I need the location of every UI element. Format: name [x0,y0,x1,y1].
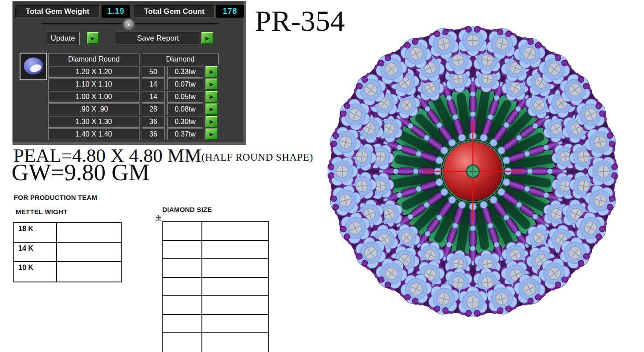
gem-row-run-button[interactable]: ▶ [205,116,218,128]
gem-row-weight: 0.05tw [167,91,203,103]
diamond-size-cell-empty [202,333,269,352]
gem-row-count: 36 [142,116,165,128]
metal-row-label: 10 K [14,262,57,282]
metal-row-value-empty [57,262,122,282]
metal-row-label: 14 K [14,243,57,262]
column-header-diamond: Diamond [142,54,219,65]
total-gem-count-label: Total Gem Count [134,5,215,17]
gem-row-count: 14 [142,79,165,90]
gem-row-size: 1.30 X 1.30 [48,116,139,128]
total-gem-weight-label: Total Gem Weight [15,5,100,17]
metal-row-value-empty [57,243,122,262]
gem-row-count: 28 [142,104,165,115]
diamond-size-cell-empty [202,222,269,241]
save-report-button[interactable]: Save Report [116,32,200,45]
gem-row-count: 14 [142,91,165,103]
metal-weight-heading: METTEL WIGHT [16,208,67,215]
table-move-handle[interactable] [155,214,162,221]
gem-row-size: 1.10 X 1.10 [48,79,139,90]
gem-row-weight: 0.33tw [167,66,203,78]
diamond-size-cell-empty [202,315,269,334]
zoom-slider-handle[interactable]: ▲ [123,19,135,30]
gem-row-size: .90 X .90 [48,104,139,115]
diamond-size-cell-empty [163,296,202,315]
up-triangle-icon: ▲ [127,22,131,27]
gem-row-run-button[interactable]: ▶ [205,79,218,90]
gem-report-panel: Total Gem Weight 1.19 Total Gem Count 17… [12,1,246,145]
gem-size-table: Diamond Round Diamond 1.20 X 1.20500.33t… [48,54,219,140]
gem-row-run-button[interactable]: ▶ [205,104,218,115]
update-run-button[interactable]: ▶ [87,32,99,44]
diamond-size-cell-empty [202,278,269,297]
gem-row-size: 1.00 X 1.00 [48,91,139,103]
gem-row-run-button[interactable]: ▶ [205,66,218,78]
save-report-run-button[interactable]: ▶ [201,32,213,44]
play-icon: ▶ [205,35,210,41]
gross-weight: GW=9.80 GM [12,161,150,184]
gem-row-count: 36 [142,128,165,140]
gem-row-weight: 0.37tw [167,128,203,140]
diamond-size-cell-empty [202,241,269,260]
production-team-heading: FOR PRODUCTION TEAM [14,194,97,201]
gem-row-weight: 0.08tw [167,104,203,115]
jewel-3d-render [328,26,618,317]
diamond-size-cell-empty [202,259,269,278]
metal-weight-table: 18 K14 K10 K [13,222,122,282]
diamond-size-heading: DIAMOND SIZE [162,206,212,213]
diamond-size-cell-empty [202,296,269,315]
metal-row-label: 18 K [14,223,57,243]
gem-row-count: 50 [142,66,165,78]
metal-row-value-empty [57,223,122,243]
pearl-shape-note: (HALF ROUND SHAPE) [201,152,313,163]
gem-row-run-button[interactable]: ▶ [205,91,218,103]
diamond-size-cell-empty [163,222,202,241]
diamond-size-cell-empty [163,241,202,260]
diamond-size-cell-empty [163,278,202,297]
gem-row-weight: 0.30tw [167,116,203,128]
gem-icon [24,58,43,75]
update-button[interactable]: Update [46,32,80,45]
diamond-size-cell-empty [163,333,202,352]
gem-row-size: 1.20 X 1.20 [48,66,139,78]
play-icon: ▶ [91,35,95,41]
gem-row-run-button[interactable]: ▶ [205,128,218,140]
diamond-size-cell-empty [163,259,202,278]
gem-row-weight: 0.07tw [167,79,203,90]
diamond-size-cell-empty [163,315,202,334]
diamond-size-table [162,221,269,352]
total-gem-count-value: 178 [216,5,244,18]
table-move-icon [156,215,161,220]
gem-preview-thumbnail [20,53,47,80]
gem-row-size: 1.40 X 1.40 [48,128,139,140]
total-gem-weight-value: 1.19 [102,5,130,18]
column-header-diamond-round: Diamond Round [48,54,139,65]
